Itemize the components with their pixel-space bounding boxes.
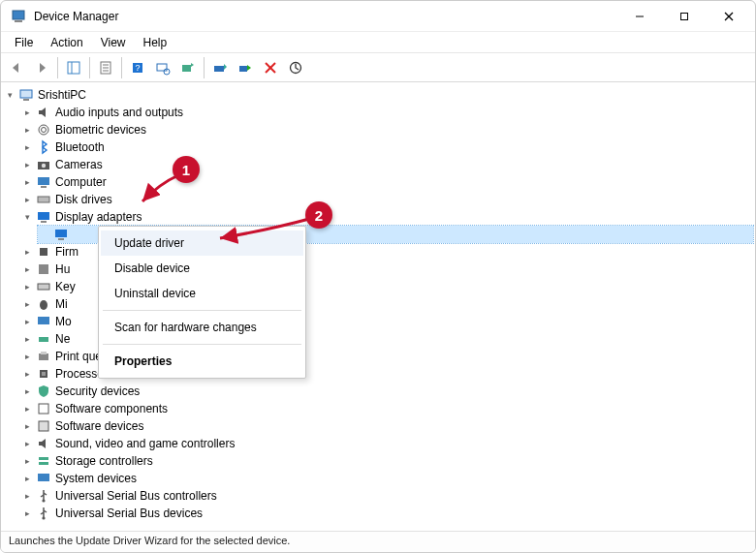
computer-icon — [18, 87, 34, 103]
printer-icon — [36, 349, 51, 364]
ctx-scan-hardware[interactable]: Scan for hardware changes — [101, 315, 303, 340]
chevron-down-icon[interactable]: ▾ — [20, 210, 34, 224]
disk-icon — [36, 192, 51, 207]
toolbar-separator — [89, 57, 90, 78]
chevron-right-icon[interactable]: ▸ — [20, 384, 34, 398]
chevron-right-icon[interactable]: ▸ — [20, 437, 34, 450]
tree-item-sound[interactable]: ▸Sound, video and game controllers — [20, 435, 753, 452]
menu-action[interactable]: Action — [43, 34, 90, 51]
mouse-icon — [36, 296, 51, 312]
tree-item-usbdev[interactable]: ▸Universal Serial Bus devices — [20, 505, 753, 522]
chevron-right-icon[interactable]: ▸ — [20, 315, 34, 328]
svg-rect-17 — [214, 66, 224, 72]
chevron-right-icon[interactable]: ▸ — [20, 280, 34, 293]
chevron-right-icon[interactable]: ▸ — [20, 367, 34, 381]
disable-device-button[interactable] — [234, 56, 257, 79]
forward-button[interactable] — [30, 56, 53, 79]
tree-item-biometric[interactable]: ▸Biometric devices — [20, 121, 753, 138]
svg-rect-42 — [41, 352, 47, 354]
menu-file[interactable]: File — [7, 34, 41, 51]
svg-rect-48 — [39, 462, 48, 465]
bluetooth-icon — [36, 139, 51, 155]
chevron-right-icon[interactable]: ▸ — [20, 245, 34, 259]
tree-item-display-adapters[interactable]: ▾Display adapters — [20, 208, 753, 226]
minimize-button[interactable] — [617, 1, 662, 32]
chevron-right-icon[interactable]: ▸ — [20, 402, 34, 415]
chevron-right-icon[interactable]: ▸ — [20, 140, 34, 154]
ctx-separator — [103, 344, 301, 345]
menu-help[interactable]: Help — [136, 34, 175, 51]
svg-rect-6 — [68, 62, 79, 74]
svg-rect-40 — [39, 337, 48, 342]
chevron-right-icon[interactable]: ▸ — [20, 350, 34, 363]
device-tree[interactable]: ▾ SrishtiPC ▸Audio inputs and outputs ▸B… — [1, 82, 755, 531]
chevron-right-icon[interactable]: ▸ — [20, 419, 34, 433]
tree-item-security[interactable]: ▸Security devices — [20, 383, 753, 400]
tree-item-cameras[interactable]: ▸Cameras — [20, 156, 753, 173]
window-title: Device Manager — [34, 10, 617, 23]
chevron-right-icon[interactable]: ▸ — [20, 123, 34, 137]
tree-item-storage[interactable]: ▸Storage controllers — [20, 452, 753, 470]
refresh-button[interactable] — [284, 56, 307, 79]
chevron-right-icon[interactable]: ▸ — [20, 507, 34, 520]
svg-rect-32 — [41, 221, 47, 223]
svg-rect-47 — [39, 457, 48, 460]
svg-rect-36 — [39, 264, 48, 274]
ctx-disable-device[interactable]: Disable device — [101, 256, 303, 281]
sound-icon — [36, 436, 51, 451]
component-icon — [36, 401, 51, 416]
chevron-right-icon[interactable]: ▸ — [20, 489, 34, 503]
chip-icon — [36, 244, 51, 260]
svg-rect-45 — [39, 404, 48, 414]
menu-view[interactable]: View — [93, 34, 134, 51]
toolbar: ? — [1, 53, 755, 82]
ctx-separator — [103, 310, 301, 311]
tree-item-computer[interactable]: ▸Computer — [20, 173, 753, 191]
chevron-right-icon[interactable]: ▸ — [20, 262, 34, 276]
keyboard-icon — [36, 279, 51, 294]
ctx-update-driver[interactable]: Update driver — [101, 230, 303, 256]
svg-point-51 — [42, 516, 45, 519]
tree-item-system[interactable]: ▸System devices — [20, 470, 753, 487]
svg-rect-29 — [41, 186, 47, 188]
properties-button[interactable] — [94, 56, 117, 79]
chevron-right-icon[interactable]: ▸ — [20, 158, 34, 171]
ctx-uninstall-device[interactable]: Uninstall device — [101, 281, 303, 306]
close-button[interactable] — [707, 1, 751, 32]
tree-item-swdev[interactable]: ▸Software devices — [20, 417, 753, 435]
scan-hardware-button[interactable] — [151, 56, 174, 79]
chevron-right-icon[interactable]: ▸ — [20, 454, 34, 468]
tree-item-usbctrl[interactable]: ▸Universal Serial Bus controllers — [20, 487, 753, 505]
update-driver-button[interactable] — [208, 56, 232, 79]
tree-item-audio[interactable]: ▸Audio inputs and outputs — [20, 104, 753, 121]
tree-item-diskdrives[interactable]: ▸Disk drives — [20, 191, 753, 208]
titlebar: Device Manager — [1, 1, 755, 32]
chevron-right-icon[interactable]: ▸ — [20, 332, 34, 346]
uninstall-device-button[interactable] — [259, 56, 282, 79]
chevron-right-icon[interactable]: ▸ — [20, 297, 34, 311]
chevron-right-icon[interactable]: ▸ — [20, 193, 34, 206]
tree-root[interactable]: ▾ SrishtiPC — [3, 86, 753, 104]
storage-icon — [36, 453, 51, 469]
help-button[interactable]: ? — [126, 56, 149, 79]
tree-item-swcomp[interactable]: ▸Software components — [20, 400, 753, 417]
ctx-properties[interactable]: Properties — [101, 349, 303, 374]
maximize-button[interactable] — [662, 1, 707, 32]
window-controls — [617, 1, 751, 32]
svg-point-25 — [42, 128, 47, 133]
system-icon — [36, 471, 51, 486]
svg-rect-16 — [182, 65, 191, 72]
svg-rect-28 — [38, 177, 49, 185]
display-adapter-icon — [53, 227, 69, 242]
chevron-down-icon[interactable]: ▾ — [3, 88, 16, 102]
chevron-right-icon[interactable]: ▸ — [20, 472, 34, 485]
context-menu: Update driver Disable device Uninstall d… — [98, 226, 306, 379]
show-hide-tree-button[interactable] — [62, 56, 85, 79]
annotation-badge-1: 1 — [173, 156, 200, 183]
back-button[interactable] — [5, 56, 28, 79]
chevron-right-icon[interactable]: ▸ — [20, 175, 34, 189]
tree-item-bluetooth[interactable]: ▸Bluetooth — [20, 138, 753, 156]
add-legacy-button[interactable] — [176, 56, 200, 79]
chevron-right-icon[interactable]: ▸ — [20, 106, 34, 119]
annotation-badge-2: 2 — [305, 201, 332, 229]
